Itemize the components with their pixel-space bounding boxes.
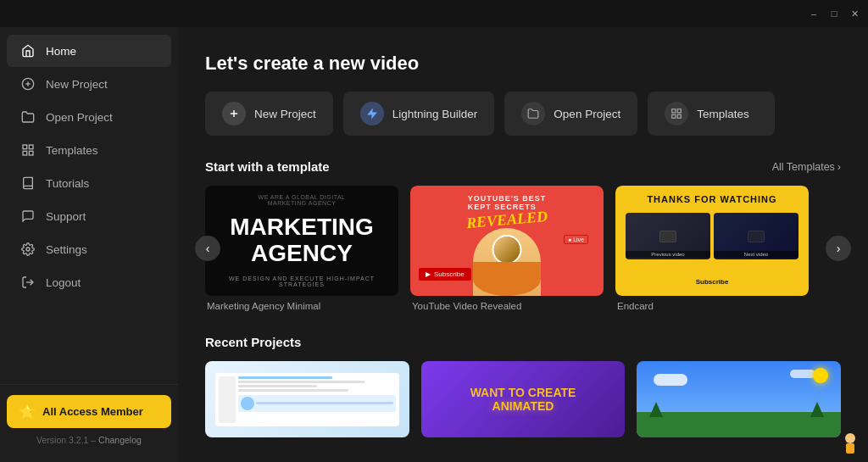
version-number: Version 3.2.1 [36, 435, 88, 445]
changelog-link[interactable]: Changelog [98, 435, 142, 445]
sidebar-item-settings[interactable]: Settings [7, 233, 171, 265]
all-access-label: All Access Member [42, 405, 143, 418]
project-thumb-2: WANT TO CREATE ANIMATED [421, 361, 626, 437]
endcard-subscribe-btn: Subscribe [682, 275, 743, 289]
support-icon [20, 209, 36, 224]
recent-projects-title: Recent Projects [205, 335, 301, 349]
svg-rect-14 [677, 114, 681, 118]
template-thumb-marketing: WE ARE A GLOBAL DIGITALMARKETING AGENCY … [205, 186, 398, 296]
open-project-icon [20, 109, 36, 125]
sidebar-item-label: Templates [46, 144, 98, 157]
maximize-button[interactable]: □ [827, 7, 841, 20]
templates-section-header: Start with a template All Templates › [205, 159, 841, 174]
new-project-button[interactable]: New Project [205, 92, 333, 136]
lightning-builder-btn-label: Lightning Builder [392, 108, 478, 120]
chevron-right-icon: › [837, 242, 841, 255]
project-2-text: WANT TO CREATE [470, 386, 576, 399]
template-label-marketing: Marketing Agency Minimal [205, 301, 398, 311]
sidebar-item-label: Support [46, 210, 86, 223]
sidebar-item-label: Logout [46, 276, 81, 289]
recent-projects-header: Recent Projects [205, 335, 841, 349]
close-button[interactable]: ✕ [848, 7, 861, 20]
endcard-caption-1: Previous video [626, 251, 710, 258]
carousel-left-button[interactable]: ‹ [195, 236, 220, 261]
endcard-caption-2: Next video [714, 251, 798, 258]
lightning-builder-button[interactable]: Lightning Builder [343, 92, 495, 136]
endcard-thanks-text: THANKS FOR WATCHING [638, 186, 785, 213]
carousel-right-button[interactable]: › [826, 236, 851, 261]
all-templates-label: All Templates [772, 161, 835, 173]
star-icon: ⭐ [19, 404, 36, 420]
svg-rect-5 [29, 151, 33, 155]
svg-marker-11 [368, 109, 377, 119]
tutorials-icon [20, 175, 36, 191]
project-card-1[interactable] [205, 361, 409, 437]
project-2-animated: ANIMATED [492, 399, 554, 413]
sidebar-item-label: Open Project [46, 111, 113, 124]
sidebar-item-label: Home [46, 45, 76, 58]
sidebar-nav: Home New Project Open Project Templates [0, 34, 178, 384]
sidebar-item-open-project[interactable]: Open Project [7, 101, 171, 133]
sidebar-item-tutorials[interactable]: Tutorials [7, 167, 171, 199]
version-info: Version 3.2.1 – Changelog [7, 435, 171, 445]
template-label-youtube: YouTube Video Revealed [410, 301, 604, 311]
template-card-endcard[interactable]: THANKS FOR WATCHING Previous video [615, 186, 809, 311]
sidebar-item-home[interactable]: Home [7, 35, 171, 67]
new-project-btn-icon [222, 102, 246, 125]
all-access-button[interactable]: ⭐ All Access Member [7, 395, 171, 428]
sidebar-item-label: Tutorials [46, 177, 89, 190]
template-carousel: ‹ WE ARE A GLOBAL DIGITALMARKETING AGENC… [205, 186, 841, 311]
open-project-btn-label: Open Project [554, 108, 620, 120]
svg-point-7 [26, 248, 30, 251]
minimize-button[interactable]: – [807, 7, 821, 20]
endcard-video-1: Previous video [626, 213, 710, 259]
action-buttons-row: New Project Lightning Builder Open Proje… [205, 92, 841, 136]
grid-btn-icon [665, 102, 688, 125]
sidebar-item-label: New Project [46, 78, 108, 91]
svg-rect-3 [23, 145, 27, 149]
template-card-youtube[interactable]: YouTube's BestKept Secrets REVEALED ● Li… [410, 186, 604, 311]
project-thumb-1 [205, 361, 409, 437]
template-thumb-youtube: YouTube's BestKept Secrets REVEALED ● Li… [410, 186, 604, 296]
templates-btn-label: Templates [697, 108, 749, 120]
endcard-video-2: Next video [714, 213, 798, 259]
template-label-endcard: Endcard [615, 301, 809, 311]
page-title: Let's create a new video [205, 53, 841, 75]
template-thumb-endcard: THANKS FOR WATCHING Previous video [615, 186, 809, 296]
templates-icon [20, 142, 36, 158]
marketing-sub-text: WE DESIGN AND EXECUTE HIGH-IMPACT STRATE… [205, 276, 398, 287]
version-separator: – [91, 435, 98, 445]
endcard-video-row: Previous video Next video [620, 213, 804, 259]
marketing-top-text: WE ARE A GLOBAL DIGITALMARKETING AGENCY [259, 194, 346, 206]
all-templates-link[interactable]: All Templates › [772, 161, 841, 173]
svg-rect-13 [677, 109, 681, 113]
new-project-btn-label: New Project [254, 108, 316, 120]
templates-section-title: Start with a template [205, 159, 330, 174]
chevron-right-icon: › [837, 161, 841, 173]
folder-btn-icon [521, 102, 545, 125]
project-card-3[interactable] [637, 361, 841, 437]
recent-projects-row: WANT TO CREATE ANIMATED [205, 361, 841, 437]
sidebar-item-new-project[interactable]: New Project [7, 68, 171, 100]
sidebar: Home New Project Open Project Templates [0, 27, 178, 462]
open-project-button[interactable]: Open Project [504, 92, 637, 136]
templates-button[interactable]: Templates [648, 92, 775, 136]
project-card-2[interactable]: WANT TO CREATE ANIMATED [421, 361, 626, 437]
home-icon [20, 43, 36, 58]
settings-icon [20, 242, 36, 257]
svg-rect-12 [672, 109, 676, 113]
sidebar-item-support[interactable]: Support [7, 200, 171, 232]
svg-rect-4 [29, 145, 33, 149]
template-card-marketing[interactable]: WE ARE A GLOBAL DIGITALMARKETING AGENCY … [205, 186, 398, 311]
sidebar-item-logout[interactable]: Logout [7, 266, 171, 298]
title-bar: – □ ✕ [0, 0, 868, 27]
project-thumb-3 [637, 361, 841, 437]
app-layout: Home New Project Open Project Templates [0, 27, 868, 462]
lightning-btn-icon [360, 102, 384, 125]
yt-subscribe-badge: ▶ Subscribe [419, 268, 471, 281]
marketing-main-text: MARKETINGAGENCY [230, 214, 374, 267]
sidebar-item-label: Settings [46, 243, 87, 256]
yt-live-badge: ● Live [564, 235, 588, 244]
new-project-icon [20, 76, 36, 92]
sidebar-item-templates[interactable]: Templates [7, 134, 171, 166]
